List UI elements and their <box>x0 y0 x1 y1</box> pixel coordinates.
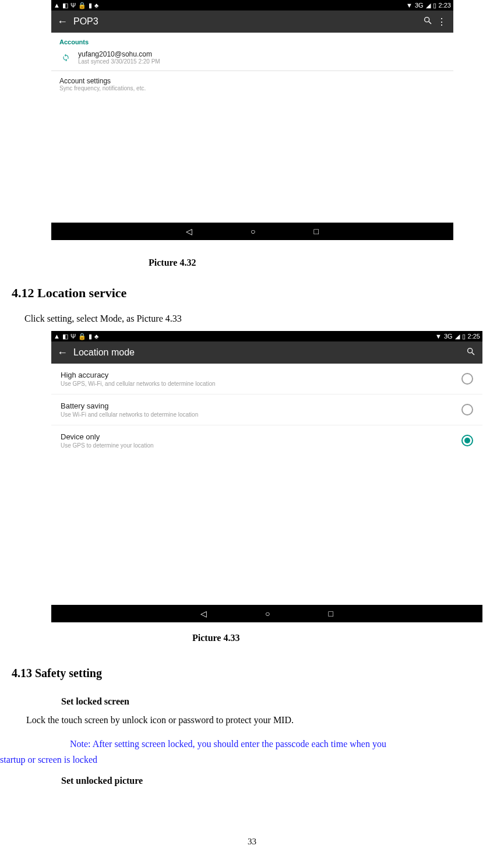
note-text: Note: After setting screen locked, you s… <box>0 736 504 767</box>
signal-icon: ◢ <box>426 2 431 8</box>
nav-back-icon[interactable]: ◁ <box>186 227 192 236</box>
location-option-high-accuracy[interactable]: High accuracy Use GPS, Wi-Fi, and cellul… <box>51 364 482 394</box>
section-4-12-title: 4.12 Location service <box>12 286 504 301</box>
accounts-section-label: Accounts <box>51 33 453 49</box>
nav-bar: ◁ ○ □ <box>51 223 453 240</box>
caption-4-32: Picture 4.32 <box>149 258 504 268</box>
battery-icon: ▯ <box>433 2 436 8</box>
header-title: POP3 <box>73 16 421 27</box>
option-title: High accuracy <box>61 371 216 379</box>
usb-icon: Ψ <box>71 333 76 339</box>
battery-icon: ▯ <box>462 333 466 339</box>
debug-icon: ♣ <box>94 2 98 8</box>
account-synced: Last synced 3/30/2015 2:20 PM <box>78 58 160 65</box>
option-title: Device only <box>61 432 154 441</box>
download-icon: ▼ <box>435 333 442 339</box>
warning-icon: ▲ <box>54 2 60 8</box>
status-bar: ▲ ◧ Ψ 🔒 ▮ ♣ ▼ 3G ◢ ▯ 2:23 <box>51 0 453 10</box>
nav-recent-icon[interactable]: □ <box>314 227 319 236</box>
back-icon[interactable]: ← <box>56 16 69 28</box>
warning-icon: ▲ <box>54 333 60 339</box>
action-bar: ← POP3 ⋮ <box>51 10 453 33</box>
account-settings-row[interactable]: Account settings Sync frequency, notific… <box>51 71 453 97</box>
account-row[interactable]: yufang2010@sohu.com Last synced 3/30/201… <box>51 49 453 71</box>
svg-line-3 <box>472 353 474 355</box>
radio-on-icon[interactable] <box>461 435 473 446</box>
svg-point-0 <box>425 17 429 22</box>
more-icon[interactable]: ⋮ <box>435 16 449 27</box>
search-icon[interactable] <box>464 347 478 358</box>
nav-back-icon[interactable]: ◁ <box>200 609 207 618</box>
usb-icon: Ψ <box>71 2 76 8</box>
lock-body-text: Lock the touch screen by unlock icon or … <box>26 715 504 725</box>
status-time: 2:23 <box>439 2 451 8</box>
section-4-13-title: 4.13 Safety setting <box>12 667 504 680</box>
notification-icon: ◧ <box>62 2 68 8</box>
option-sub: Use Wi-Fi and cellular networks to deter… <box>61 411 198 418</box>
network-label: 3G <box>444 333 453 339</box>
notification-icon: ◧ <box>62 333 68 339</box>
radio-off-icon[interactable] <box>461 404 473 415</box>
lock-icon: 🔒 <box>78 2 86 8</box>
settings-icon: ▮ <box>89 2 92 8</box>
nav-recent-icon[interactable]: □ <box>329 609 333 618</box>
location-option-battery-saving[interactable]: Battery saving Use Wi-Fi and cellular ne… <box>51 394 482 425</box>
radio-off-icon[interactable] <box>461 373 473 385</box>
set-locked-screen-heading: Set locked screen <box>61 696 504 707</box>
set-unlocked-picture-heading: Set unlocked picture <box>61 776 504 786</box>
nav-home-icon[interactable]: ○ <box>265 609 270 618</box>
option-sub: Use GPS to determine your location <box>61 442 154 449</box>
network-label: 3G <box>415 2 424 8</box>
status-time: 2:25 <box>468 333 480 339</box>
nav-bar: ◁ ○ □ <box>51 605 482 622</box>
location-option-device-only[interactable]: Device only Use GPS to determine your lo… <box>51 425 482 456</box>
debug-icon: ♣ <box>94 333 98 339</box>
nav-home-icon[interactable]: ○ <box>251 227 255 236</box>
action-bar: ← Location mode <box>51 341 482 364</box>
screenshot-location-mode: ▲ ◧ Ψ 🔒 ▮ ♣ ▼ 3G ◢ ▯ 2:25 ← Location mod… <box>51 331 482 622</box>
search-icon[interactable] <box>421 16 435 27</box>
caption-4-33: Picture 4.33 <box>192 633 504 643</box>
lock-icon: 🔒 <box>78 333 86 339</box>
download-icon: ▼ <box>406 2 413 8</box>
account-email: yufang2010@sohu.com <box>78 50 160 58</box>
option-sub: Use GPS, Wi-Fi, and cellular networks to… <box>61 381 216 387</box>
option-title: Battery saving <box>61 401 198 410</box>
svg-line-1 <box>429 22 431 24</box>
header-title: Location mode <box>73 347 464 358</box>
signal-icon: ◢ <box>455 333 460 339</box>
svg-point-2 <box>468 348 473 353</box>
back-icon[interactable]: ← <box>56 347 69 359</box>
page-number: 33 <box>0 837 504 847</box>
section-4-12-body: Click setting, select Mode, as Picture 4… <box>24 314 504 324</box>
sync-icon <box>59 54 72 62</box>
note-line-1: Note: After setting screen locked, you s… <box>70 739 386 749</box>
account-settings-title: Account settings <box>59 77 445 85</box>
settings-icon: ▮ <box>89 333 92 339</box>
account-settings-sub: Sync frequency, notifications, etc. <box>59 85 445 91</box>
note-line-2: startup or screen is locked <box>0 752 504 767</box>
status-bar: ▲ ◧ Ψ 🔒 ▮ ♣ ▼ 3G ◢ ▯ 2:25 <box>51 331 482 341</box>
screenshot-pop3: ▲ ◧ Ψ 🔒 ▮ ♣ ▼ 3G ◢ ▯ 2:23 ← POP3 <box>51 0 453 240</box>
